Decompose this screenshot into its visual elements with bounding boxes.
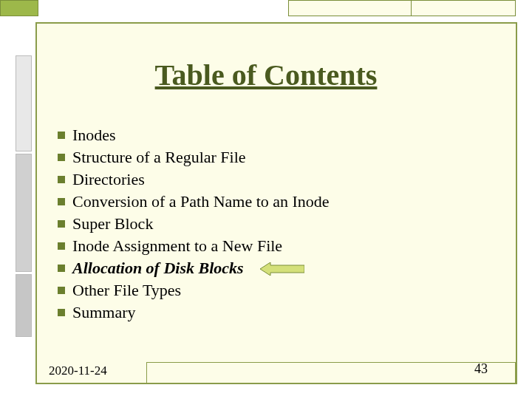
top-header-box-2 (411, 0, 516, 16)
svg-marker-0 (260, 262, 304, 276)
bullet-icon (58, 176, 65, 183)
bullet-icon (58, 265, 65, 272)
list-item: Super Block (58, 213, 486, 235)
list-item: Directories (58, 168, 486, 191)
bullet-icon (58, 198, 65, 205)
bullet-icon (58, 220, 65, 228)
toc-item-label: Allocation of Disk Blocks (72, 260, 244, 276)
top-accent-block (0, 0, 38, 16)
bullet-icon (58, 242, 65, 250)
list-item: Conversion of a Path Name to an Inode (58, 191, 486, 213)
list-item: Summary (58, 301, 486, 324)
bullet-icon (58, 287, 65, 294)
toc-item-label: Other File Types (72, 282, 181, 299)
bullet-icon (58, 309, 65, 316)
list-item: Other File Types (58, 279, 486, 301)
toc-item-label: Conversion of a Path Name to an Inode (72, 194, 330, 210)
toc-list: Inodes Structure of a Regular File Direc… (58, 124, 486, 324)
highlight-arrow-icon (260, 262, 304, 276)
toc-item-label: Summary (72, 304, 136, 321)
left-decor-band-2 (16, 154, 32, 272)
page-title: Table of Contents (0, 58, 532, 92)
top-header-box-1 (288, 0, 412, 16)
list-item: Structure of a Regular File (58, 146, 486, 168)
footer-page-number: 43 (474, 361, 488, 377)
left-decor-band-3 (16, 274, 32, 337)
list-item: Inodes (58, 124, 486, 146)
bullet-icon (58, 154, 65, 161)
toc-item-label: Super Block (72, 216, 153, 232)
list-item: Inode Assignment to a New File (58, 235, 486, 257)
toc-item-label: Inode Assignment to a New File (72, 238, 282, 254)
toc-item-label: Inodes (72, 127, 116, 143)
toc-item-label: Directories (72, 171, 145, 188)
toc-item-label: Structure of a Regular File (72, 149, 246, 166)
footer-date: 2020-11-24 (49, 364, 107, 378)
footer-decor-box (146, 362, 516, 384)
bullet-icon (58, 132, 65, 139)
